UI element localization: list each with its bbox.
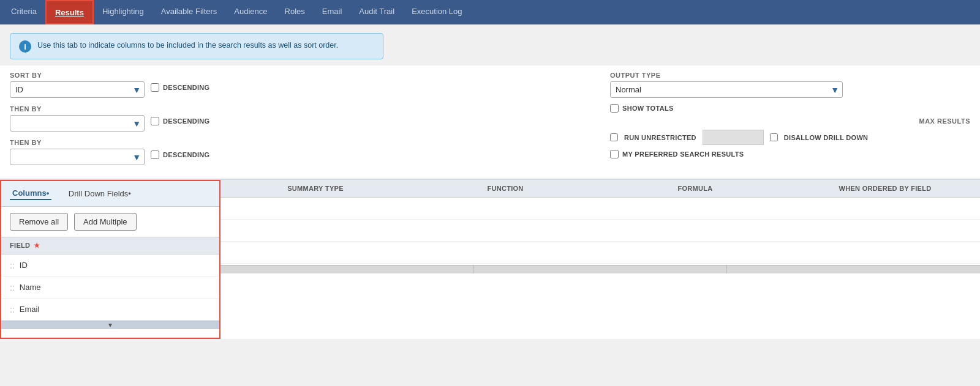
add-multiple-button[interactable]: Add Multiple <box>74 213 137 231</box>
row3-ordered <box>790 248 980 258</box>
disallow-drill-down-checkbox[interactable] <box>770 133 778 141</box>
table-row-empty-3 <box>221 242 980 264</box>
row2-ordered <box>790 226 980 236</box>
sort-by-row: ID Name Email ▼ DESCENDING <box>10 81 316 98</box>
nav-criteria[interactable]: Criteria <box>2 0 45 24</box>
then-by-1-select-wrapper: ID Name Email ▼ <box>10 115 145 132</box>
nav-highlighting[interactable]: Highlighting <box>94 0 153 24</box>
then-by-2-descending-row: DESCENDING <box>151 150 209 159</box>
table-bottom-bar <box>221 265 980 273</box>
run-unrestricted-checkbox[interactable] <box>610 133 618 141</box>
nav-email[interactable]: Email <box>314 0 351 24</box>
sort-by-label: SORT BY <box>10 72 316 79</box>
scrollbar-segment-1 <box>221 265 474 273</box>
columns-tab-dot: • <box>47 188 50 198</box>
info-icon: i <box>19 40 31 53</box>
summary-type-header: SUMMARY TYPE <box>221 180 410 197</box>
nav-highlighting-label: Highlighting <box>102 7 144 16</box>
max-results-input[interactable] <box>703 130 764 145</box>
drill-down-tab-label: Drill Down Fields <box>69 189 129 198</box>
top-nav: Criteria Results Highlighting Available … <box>0 0 980 24</box>
columns-table-layout: Columns• Drill Down Fields• Remove all A… <box>0 180 980 339</box>
row-id-cell: :: ID <box>1 256 219 275</box>
columns-tab-label: Columns <box>12 188 47 198</box>
nav-results[interactable]: Results <box>45 0 94 24</box>
disallow-drill-down-label: DISALLOW DRILL DOWN <box>784 134 868 141</box>
output-type-group: OUTPUT TYPE Normal Summary Matrix ▼ <box>610 72 970 98</box>
then-by-2-descending-checkbox[interactable] <box>151 150 159 159</box>
table-header: SUMMARY TYPE FUNCTION FORMULA WHEN ORDER… <box>221 180 980 198</box>
show-totals-checkbox[interactable] <box>610 104 619 113</box>
columns-tabs-header: Columns• Drill Down Fields• <box>1 181 219 207</box>
nav-execution-log[interactable]: Execution Log <box>403 0 470 24</box>
sort-by-select[interactable]: ID Name Email <box>10 81 145 98</box>
sort-by-descending-row: DESCENDING <box>151 83 209 92</box>
row3-summary <box>221 248 410 258</box>
row3-function <box>410 248 600 258</box>
nav-audience-label: Audience <box>234 7 267 16</box>
row2-function <box>410 226 600 236</box>
nav-execution-log-label: Execution Log <box>412 7 462 16</box>
drill-down-tab[interactable]: Drill Down Fields• <box>69 189 131 198</box>
row-email-cell: :: Email <box>1 300 219 319</box>
my-preferred-checkbox[interactable] <box>610 150 619 158</box>
info-banner: i Use this tab to indicate columns to be… <box>10 33 383 59</box>
nav-audit-trail[interactable]: Audit Trail <box>350 0 403 24</box>
field-header: FIELD ★ <box>10 242 40 250</box>
row1-formula <box>600 204 790 213</box>
row-name-field: Name <box>20 283 41 292</box>
output-config: OUTPUT TYPE Normal Summary Matrix ▼ SHOW… <box>328 72 970 173</box>
nav-criteria-label: Criteria <box>11 7 37 16</box>
then-by-1-group: THEN BY ID Name Email ▼ DESCENDING <box>10 105 316 132</box>
sort-by-descending-checkbox[interactable] <box>151 83 159 92</box>
my-preferred-label: MY PREFERRED SEARCH RESULTS <box>622 150 744 158</box>
show-totals-row: SHOW TOTALS <box>610 104 970 113</box>
sort-by-select-wrapper: ID Name Email ▼ <box>10 81 145 98</box>
row-id-field: ID <box>20 261 28 270</box>
formula-header: FORMULA <box>600 180 790 197</box>
drag-handle-icon[interactable]: :: <box>10 283 15 292</box>
max-results-label: MAX RESULTS <box>919 117 970 125</box>
table-row-empty-2 <box>221 220 980 242</box>
row2-formula <box>600 226 790 236</box>
scroll-arrow-icon: ▼ <box>107 322 113 328</box>
remove-all-button[interactable]: Remove all <box>10 213 68 231</box>
columns-tab[interactable]: Columns• <box>10 187 51 200</box>
run-unrestricted-row: RUN UNRESTRICTED DISALLOW DRILL DOWN <box>610 130 970 145</box>
row2-summary <box>221 226 410 236</box>
nav-available-filters-label: Available Filters <box>161 7 217 16</box>
then-by-1-descending-checkbox[interactable] <box>151 117 159 125</box>
then-by-2-select-wrapper: ID Name Email ▼ <box>10 149 145 165</box>
nav-results-label: Results <box>55 8 84 17</box>
drag-handle-icon[interactable]: :: <box>10 261 15 270</box>
scroll-indicator: ▼ <box>1 321 219 329</box>
drag-handle-icon[interactable]: :: <box>10 305 15 314</box>
sort-by-group: SORT BY ID Name Email ▼ DESCENDING <box>10 72 316 98</box>
sort-by-descending-label: DESCENDING <box>163 84 209 91</box>
table-right-panel: SUMMARY TYPE FUNCTION FORMULA WHEN ORDER… <box>221 180 980 339</box>
then-by-2-select[interactable]: ID Name Email <box>10 149 145 165</box>
then-by-1-select[interactable]: ID Name Email <box>10 115 145 132</box>
function-header: FUNCTION <box>410 180 600 197</box>
row-name-cell: :: Name <box>1 278 219 297</box>
drill-down-tab-dot: • <box>128 189 131 198</box>
scrollbar-segment-2 <box>474 265 728 273</box>
nav-available-filters[interactable]: Available Filters <box>153 0 226 24</box>
then-by-2-row: ID Name Email ▼ DESCENDING <box>10 149 316 165</box>
row1-ordered <box>790 204 980 213</box>
nav-audit-trail-label: Audit Trail <box>359 7 394 16</box>
info-banner-text: Use this tab to indicate columns to be i… <box>37 40 338 51</box>
nav-roles[interactable]: Roles <box>276 0 314 24</box>
row1-function <box>410 204 600 213</box>
columns-actions: Remove all Add Multiple <box>1 207 219 237</box>
config-section: SORT BY ID Name Email ▼ DESCENDING THEN <box>0 65 980 179</box>
scrollbar-segment-3 <box>727 265 980 273</box>
nav-audience[interactable]: Audience <box>225 0 276 24</box>
then-by-1-label: THEN BY <box>10 105 316 113</box>
then-by-2-group: THEN BY ID Name Email ▼ DESCENDING <box>10 139 316 165</box>
when-ordered-header: WHEN ORDERED BY FIELD <box>790 180 980 197</box>
row-email-field: Email <box>20 305 40 314</box>
columns-table-body: :: ID :: Name :: Email <box>1 254 219 321</box>
columns-table-header: FIELD ★ <box>1 237 219 254</box>
output-type-select[interactable]: Normal Summary Matrix <box>610 81 843 98</box>
